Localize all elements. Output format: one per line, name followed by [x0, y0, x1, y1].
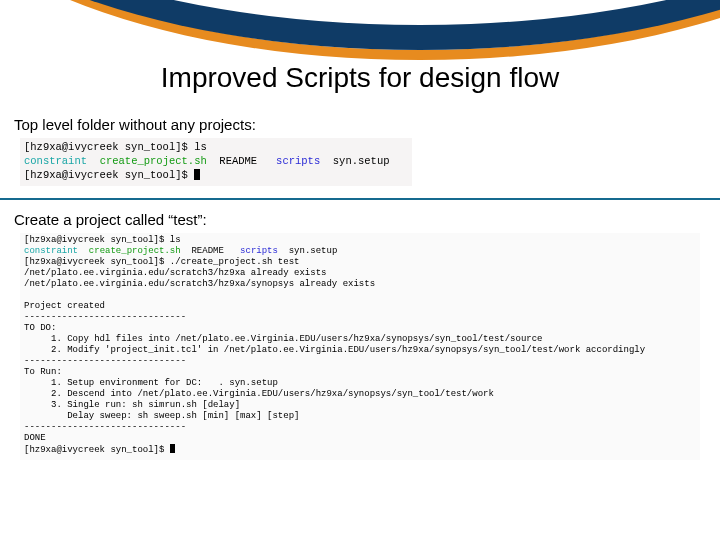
file-readme: README: [219, 155, 257, 167]
output-dashes: ------------------------------: [24, 422, 186, 432]
script-create-project: create_project.sh: [89, 246, 181, 256]
output-line: 2. Descend into /net/plato.ee.Virginia.E…: [24, 389, 494, 399]
output-line: /net/plato.ee.virginia.edu/scratch3/hz9x…: [24, 268, 326, 278]
output-dashes: ------------------------------: [24, 312, 186, 322]
prompt: [hz9xa@ivycreek syn_tool]$: [24, 235, 170, 245]
output-line: 3. Single run: sh simrun.sh [delay]: [24, 400, 240, 410]
terminal-create-project-output: [hz9xa@ivycreek syn_tool]$ ls constraint…: [20, 233, 700, 460]
section-divider: [0, 198, 720, 200]
command: ./create_project.sh test: [170, 257, 300, 267]
prompt: [hz9xa@ivycreek syn_tool]$: [24, 141, 194, 153]
output-line: Project created: [24, 301, 105, 311]
output-line: DONE: [24, 433, 46, 443]
caption-create-project: Create a project called “test”:: [14, 211, 207, 228]
command: ls: [194, 141, 207, 153]
terminal-ls-output: [hz9xa@ivycreek syn_tool]$ ls constraint…: [20, 138, 412, 186]
caption-top-level-folder: Top level folder without any projects:: [14, 116, 256, 133]
output-line: /net/plato.ee.virginia.edu/scratch3/hz9x…: [24, 279, 375, 289]
output-line: Delay sweep: sh sweep.sh [min] [max] [st…: [24, 411, 299, 421]
file-syn-setup: syn.setup: [289, 246, 338, 256]
dir-constraint: constraint: [24, 246, 78, 256]
dir-scripts: scripts: [240, 246, 278, 256]
output-line: To Run:: [24, 367, 62, 377]
output-line: 1. Copy hdl files into /net/plato.ee.Vir…: [24, 334, 542, 344]
cursor-icon: [170, 444, 175, 453]
command: ls: [170, 235, 181, 245]
output-dashes: ------------------------------: [24, 356, 186, 366]
prompt: [hz9xa@ivycreek syn_tool]$: [24, 169, 194, 181]
output-line: TO DO:: [24, 323, 56, 333]
file-syn-setup: syn.setup: [333, 155, 390, 167]
script-create-project: create_project.sh: [100, 155, 207, 167]
output-line: 1. Setup environment for DC: . syn.setup: [24, 378, 278, 388]
dir-scripts: scripts: [276, 155, 320, 167]
slide-title: Improved Scripts for design flow: [0, 62, 720, 94]
prompt: [hz9xa@ivycreek syn_tool]$: [24, 445, 170, 455]
cursor-icon: [194, 169, 200, 180]
output-line: 2. Modify 'project_init.tcl' in /net/pla…: [24, 345, 645, 355]
dir-constraint: constraint: [24, 155, 87, 167]
file-readme: README: [191, 246, 223, 256]
prompt: [hz9xa@ivycreek syn_tool]$: [24, 257, 170, 267]
